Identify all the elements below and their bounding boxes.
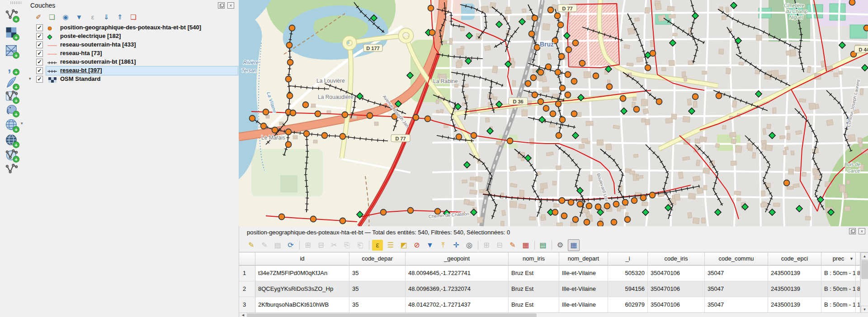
cell-code_commu[interactable]: 35047 — [705, 297, 768, 313]
scroll-up-icon[interactable]: ▲ — [861, 252, 868, 260]
layer-checkbox[interactable]: ✓ — [36, 33, 43, 40]
layout-icon[interactable]: ▤ — [538, 240, 548, 251]
column-header-nom_depart[interactable]: nom_depart — [559, 252, 608, 266]
cell-id[interactable]: 8QCEygYKsRiDoS3sZO_Hp — [255, 281, 349, 297]
multiedit-icon[interactable]: ✎ — [259, 240, 270, 251]
edit-field-icon[interactable]: ✎ — [507, 240, 518, 251]
cell-nom_depart[interactable]: Ille-et-Vilaine — [559, 281, 608, 297]
dock-toggle-icon[interactable]: ▦ — [568, 239, 580, 251]
toolbar-grip[interactable] — [10, 1, 22, 4]
column-header-code_commu[interactable]: code_commu — [705, 252, 768, 266]
cell-code_depar[interactable]: 35 — [349, 281, 406, 297]
layer-checkbox[interactable]: ✓ — [36, 76, 43, 83]
move-selection-top-icon[interactable]: ⤒ — [438, 240, 448, 251]
reload-icon[interactable]: ⟳ — [285, 240, 296, 251]
layer-checkbox[interactable]: ✓ — [36, 42, 43, 48]
cell-prec[interactable]: B : 50cm - 1m 50 — [821, 266, 856, 281]
delete-field-icon[interactable]: ⊟ — [494, 240, 505, 251]
remove-layer-icon[interactable]: ❏ — [129, 13, 138, 22]
collapse-all-icon[interactable]: ⇑ — [115, 13, 124, 22]
float-panel-button[interactable] — [849, 228, 856, 234]
filter-legend-icon[interactable]: ▼ — [75, 13, 84, 22]
row-number[interactable]: 1 — [239, 266, 255, 281]
close-panel-button[interactable]: × — [859, 228, 865, 234]
scroll-down-icon[interactable]: ▼ — [861, 306, 868, 313]
horizontal-scrollbar[interactable]: ◀ — [239, 312, 868, 317]
layer-label[interactable]: poste-electrique [182] — [60, 33, 121, 39]
cell-id[interactable]: t34e7ZM5FIPd0M0qKfJAn — [255, 266, 349, 281]
layer-label[interactable]: OSM Standard — [60, 75, 101, 82]
layer-label[interactable]: reseau-souterrain-bt [1861] — [60, 58, 136, 65]
layer-item-OSM[interactable]: ▾✓OSM Standard — [26, 75, 239, 84]
add-wfs-layer-button[interactable]: + — [4, 147, 19, 163]
add-wcs-layer-button[interactable]: + — [4, 133, 19, 148]
layer-item-poste-electrique[interactable]: ✓poste-electrique [182] — [26, 32, 239, 41]
zoom-to-selection-icon[interactable]: ◎ — [464, 240, 475, 251]
cell-code_epci[interactable]: 243500139 — [768, 266, 821, 281]
cell-_geopoint[interactable]: 48.0142702,-1.7271437 — [406, 297, 509, 313]
cell-nom_depart[interactable]: Ille-et-Vilaine — [559, 266, 608, 281]
cell-prec[interactable]: B : 50cm - 1m 50 — [821, 297, 856, 313]
save-edits-icon[interactable]: ▤ — [272, 240, 283, 251]
column-header-_geopoint[interactable]: _geopoint — [406, 252, 509, 266]
conditional-format-icon[interactable]: ▦ — [520, 240, 531, 251]
cell-nom_iris[interactable]: Bruz Est — [509, 266, 559, 281]
scrollbar-thumb[interactable] — [247, 313, 537, 317]
layer-label[interactable]: reseau-hta [73] — [60, 50, 102, 56]
layer-item-position-geographique-des-poteaux-hta-et-bt[interactable]: ✓position-geographique-des-poteaux-hta-e… — [26, 23, 239, 32]
cell-_geopoint[interactable]: 48.0094645,-1.7227741 — [406, 266, 509, 281]
cell-nom_iris[interactable]: Bruz Est — [509, 281, 559, 297]
layer-label[interactable]: reseau-souterrain-hta [433] — [60, 41, 136, 48]
cell-_i[interactable]: 594156 — [608, 281, 648, 297]
toggle-editing-icon[interactable]: ✎ — [246, 240, 257, 251]
add-raster-layer-button[interactable]: + — [4, 25, 19, 41]
copy-icon[interactable]: ⎘ — [342, 240, 353, 251]
close-panel-button[interactable]: × — [227, 2, 234, 9]
column-header-nom_iris[interactable]: nom_iris — [509, 252, 559, 266]
cut-icon[interactable]: ✂ — [329, 240, 340, 251]
layer-item-reseau-hta[interactable]: ✓reseau-hta [73] — [26, 49, 239, 58]
cell-_i[interactable]: 602979 — [608, 297, 648, 313]
new-field-icon[interactable]: ⊞ — [481, 240, 492, 251]
cell-id[interactable]: 2KfburqsoNaBCKt610hWB — [255, 297, 349, 313]
dock-dropdown-icon[interactable]: ▾ — [21, 121, 23, 126]
cell-code_iris[interactable]: 350470106 — [648, 281, 705, 297]
expand-all-icon[interactable]: ⇓ — [102, 13, 111, 22]
sort-arrow-icon[interactable]: ▼ — [849, 252, 854, 265]
cell-code_epci[interactable]: 243500139 — [768, 297, 821, 313]
column-header-rownum[interactable] — [239, 252, 255, 266]
column-header-_i[interactable]: _i — [608, 252, 648, 266]
cell-_geopoint[interactable]: 48.0096369,-1.7232074 — [406, 281, 509, 297]
float-panel-button[interactable] — [218, 2, 225, 9]
map-canvas[interactable]: RivièreTersanLa VilaineLa LouvièreLa Rou… — [239, 0, 868, 227]
add-group-icon[interactable]: ❏ — [47, 13, 57, 22]
add-feature-icon[interactable]: ⊞ — [302, 240, 313, 251]
layer-label[interactable]: reseau-bt [397] — [60, 67, 102, 74]
filter-icon[interactable]: ▼ — [425, 240, 435, 251]
layer-item-reseau-bt[interactable]: ✓reseau-bt [397] — [26, 66, 239, 75]
layer-item-reseau-souterrain-bt[interactable]: ✓reseau-souterrain-bt [1861] — [26, 58, 239, 66]
layer-item-reseau-souterrain-hta[interactable]: ✓reseau-souterrain-hta [433] — [26, 41, 239, 49]
cell-code_depar[interactable]: 35 — [349, 266, 406, 281]
cell-prec[interactable]: B : 50cm - 1m 50 — [821, 281, 856, 297]
column-header-prec[interactable]: prec▼ — [821, 252, 856, 266]
cell-code_epci[interactable]: 243500139 — [768, 281, 821, 297]
vertical-scrollbar[interactable]: ▲ ▼ — [860, 252, 868, 313]
cell-code_depar[interactable]: 35 — [349, 297, 406, 313]
paste-icon[interactable]: ⎗ — [355, 240, 366, 251]
row-number[interactable]: 3 — [239, 297, 255, 313]
filter-by-expression-icon[interactable]: ε — [88, 13, 97, 22]
column-header-code_depar[interactable]: code_depar — [349, 252, 406, 266]
add-spatialite-layer-button[interactable]: + — [4, 75, 19, 90]
cell-code_iris[interactable]: 350470106 — [648, 297, 705, 313]
delete-feature-icon[interactable]: ⊟ — [316, 240, 326, 251]
scrollbar-thumb[interactable] — [861, 260, 868, 279]
cell-code_commu[interactable]: 35047 — [705, 281, 768, 297]
column-header-id[interactable]: id — [255, 252, 349, 266]
select-all-icon[interactable]: ☰ — [385, 240, 396, 251]
column-header-code_iris[interactable]: code_iris — [648, 252, 705, 266]
layer-checkbox[interactable]: ✓ — [36, 59, 43, 65]
actions-icon[interactable]: ⚙ — [555, 240, 566, 251]
expand-icon[interactable]: ▾ — [29, 76, 31, 81]
cell-nom_depart[interactable]: Ille-et-Vilaine — [559, 297, 608, 313]
